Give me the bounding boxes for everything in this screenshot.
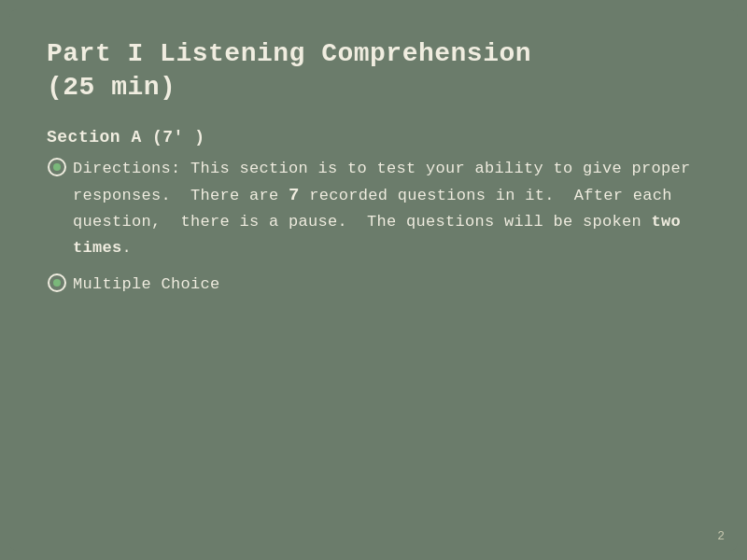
slide-title: Part I Listening Comprehension (25 min) xyxy=(47,37,700,105)
multiple-choice-bullet: Multiple Choice xyxy=(47,272,700,297)
bullet-circle-icon-2 xyxy=(47,273,67,293)
directions-bullet: Directions: This section is to test your… xyxy=(47,156,700,260)
title-line2: (25 min) xyxy=(47,73,176,102)
svg-point-3 xyxy=(53,279,61,287)
spoken-times: two times xyxy=(73,213,681,256)
bullet-circle-icon xyxy=(47,157,67,177)
directions-text: Directions: This section is to test your… xyxy=(73,156,700,260)
page-number: 2 xyxy=(717,529,725,543)
title-line1: Part I Listening Comprehension xyxy=(47,39,531,68)
multiple-choice-text: Multiple Choice xyxy=(73,272,700,297)
slide-container: Part I Listening Comprehension (25 min) … xyxy=(9,9,738,551)
svg-point-1 xyxy=(53,163,61,171)
question-count: 7 xyxy=(289,185,300,205)
section-label: Section A (7' ) xyxy=(47,128,700,147)
